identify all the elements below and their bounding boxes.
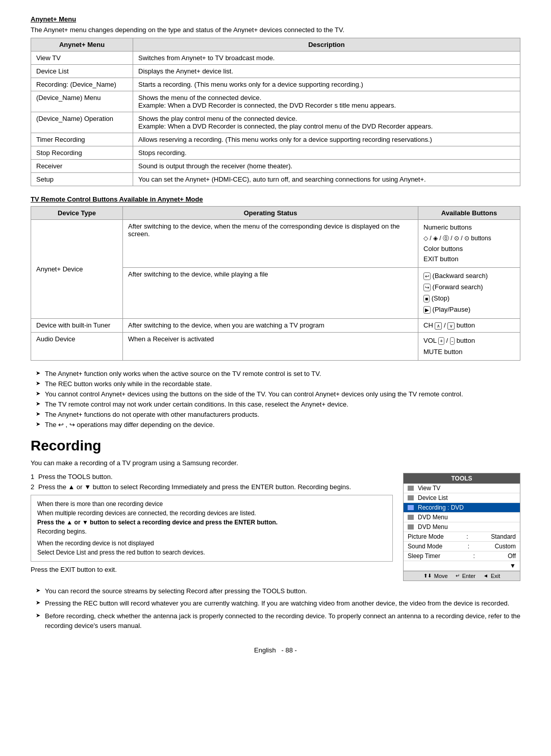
- tools-panel-kv-container: Picture Mode : StandardSound Mode : Cust…: [404, 532, 520, 561]
- anynet-menu-section: Anynet+ Menu The Anynet+ menu changes de…: [31, 15, 520, 186]
- footer-page: - 88 -: [282, 646, 297, 654]
- tools-panel-kv-item: Sound Mode : Custom: [404, 542, 520, 551]
- note-line6: Select Device List and press the red but…: [37, 548, 386, 557]
- step-1: 1 Press the TOOLS button.: [31, 473, 393, 481]
- list-item: The Anynet+ functions do not operate wit…: [36, 411, 520, 418]
- table-row: Stop RecordingStops recording.: [31, 146, 520, 160]
- table-row: Anynet+ Device After switching to the de…: [31, 220, 520, 268]
- operating-status-1: After switching to the device, when the …: [123, 220, 418, 268]
- table-header-description: Description: [133, 38, 520, 52]
- tools-panel-kv-item: Sleep Timer : Off: [404, 551, 520, 561]
- list-item: The ↩ , ↪ operations may differ dependin…: [36, 421, 520, 429]
- menu-item: Recording: (Device_Name): [31, 78, 133, 91]
- menu-item: Receiver: [31, 160, 133, 173]
- tools-panel-title: TOOLS: [404, 473, 520, 484]
- tv-remote-section: TV Remote Control Buttons Available in A…: [31, 195, 520, 361]
- tools-panel-items: View TVDevice ListRecording : DVDDVD Men…: [404, 484, 520, 532]
- menu-description: Shows the play control menu of the conne…: [133, 112, 520, 133]
- tools-panel-kv-item: Picture Mode : Standard: [404, 532, 520, 542]
- steps-tools-container: 1 Press the TOOLS button. 2 Press the ▲ …: [31, 473, 520, 581]
- list-item: Before recording, check whether the ante…: [36, 611, 520, 631]
- recording-intro: You can make a recording of a TV program…: [31, 459, 520, 467]
- tools-panel-item: Device List: [404, 493, 520, 503]
- table-row: (Device_Name) MenuShows the menu of the …: [31, 91, 520, 112]
- tools-panel-footer: ⬆⬇ Move ↵ Enter ◄ Exit: [404, 571, 520, 581]
- remote-header-device: Device Type: [31, 207, 123, 220]
- menu-item: Setup: [31, 173, 133, 186]
- page-footer: English - 88 -: [31, 646, 520, 654]
- menu-item: (Device_Name) Operation: [31, 112, 133, 133]
- menu-description: Sound is output through the receiver (ho…: [133, 160, 520, 173]
- device-type-audio: Audio Device: [31, 332, 123, 360]
- steps-list: 1 Press the TOOLS button. 2 Press the ▲ …: [31, 473, 393, 491]
- tools-panel: TOOLS View TVDevice ListRecording : DVDD…: [403, 473, 520, 581]
- menu-description: Starts a recording. (This menu works onl…: [133, 78, 520, 91]
- menu-item: View TV: [31, 52, 133, 65]
- menu-description: Displays the Anynet+ device list.: [133, 65, 520, 78]
- table-row: Device with built-in Tuner After switchi…: [31, 318, 520, 332]
- list-item: You can record the source streams by sel…: [36, 586, 520, 596]
- device-type-tuner: Device with built-in Tuner: [31, 318, 123, 332]
- operating-status-audio: When a Receiver is activated: [123, 332, 418, 360]
- menu-description: You can set the Anynet+ (HDMI-CEC), auto…: [133, 173, 520, 186]
- recording-section: Recording You can make a recording of a …: [31, 438, 520, 631]
- tv-remote-table: Device Type Operating Status Available B…: [31, 206, 520, 361]
- menu-description: Switches from Anynet+ to TV broadcast mo…: [133, 52, 520, 65]
- anynet-menu-table: Anynet+ Menu Description View TVSwitches…: [31, 38, 520, 186]
- footer-language: English: [254, 646, 276, 654]
- available-buttons-1: Numeric buttons ◇ / ◈ / ⓪ / ⊙ / ⊙ button…: [418, 220, 520, 268]
- steps-col: 1 Press the TOOLS button. 2 Press the ▲ …: [31, 473, 393, 581]
- menu-description: Stops recording.: [133, 146, 520, 160]
- tools-panel-item: View TV: [404, 484, 520, 493]
- menu-item: Device List: [31, 65, 133, 78]
- footer-move: ⬆⬇ Move: [423, 573, 448, 579]
- list-item: The Anynet+ function only works when the…: [36, 370, 520, 377]
- tools-panel-item: Recording : DVD: [404, 503, 520, 513]
- note-line5: When the recording device is not display…: [37, 539, 386, 548]
- menu-item: Stop Recording: [31, 146, 133, 160]
- table-row: Recording: (Device_Name)Starts a recordi…: [31, 78, 520, 91]
- menu-item: Timer Recording: [31, 133, 133, 146]
- list-item: The TV remote control may not work under…: [36, 400, 520, 408]
- table-row: Audio Device When a Receiver is activate…: [31, 332, 520, 360]
- note-line1: When there is more than one recording de…: [37, 499, 386, 509]
- footer-exit: ◄ Exit: [483, 573, 500, 579]
- remote-header-status: Operating Status: [123, 207, 418, 220]
- operating-status-2: After switching to the device, while pla…: [123, 268, 418, 318]
- bottom-bullets: You can record the source streams by sel…: [36, 586, 520, 631]
- available-buttons-audio: VOL + / - button MUTE button: [418, 332, 520, 360]
- table-row: Device ListDisplays the Anynet+ device l…: [31, 65, 520, 78]
- anynet-bullets: The Anynet+ function only works when the…: [36, 370, 520, 429]
- table-header-menu: Anynet+ Menu: [31, 38, 133, 52]
- list-item: You cannot control Anynet+ devices using…: [36, 390, 520, 398]
- operating-status-tuner: After switching to the device, when you …: [123, 318, 418, 332]
- remote-header-buttons: Available Buttons: [418, 207, 520, 220]
- available-buttons-2: ↩ (Backward search) ↪ (Forward search) ■…: [418, 268, 520, 318]
- step-2: 2 Press the ▲ or ▼ button to select Reco…: [31, 483, 393, 491]
- note-line2: When multiple recording devices are conn…: [37, 509, 386, 518]
- menu-item: (Device_Name) Menu: [31, 91, 133, 112]
- menu-description: Allows reserving a recording. (This menu…: [133, 133, 520, 146]
- exit-text: Press the EXIT button to exit.: [31, 566, 393, 573]
- anynet-menu-intro: The Anynet+ menu changes depending on th…: [31, 26, 520, 34]
- table-row: View TVSwitches from Anynet+ to TV broad…: [31, 52, 520, 65]
- table-row: (Device_Name) OperationShows the play co…: [31, 112, 520, 133]
- list-item: The REC button works only while in the r…: [36, 380, 520, 388]
- tools-panel-item: DVD Menu: [404, 513, 520, 522]
- table-row: Timer RecordingAllows reserving a record…: [31, 133, 520, 146]
- list-item: Pressing the REC button will record what…: [36, 598, 520, 609]
- available-buttons-tuner: CH ∧ / ∨ button: [418, 318, 520, 332]
- note-box: When there is more than one recording de…: [31, 495, 393, 562]
- recording-title: Recording: [31, 438, 520, 454]
- note-line4: Recording begins.: [37, 527, 386, 536]
- note-line3: Press the ▲ or ▼ button to select a reco…: [37, 518, 386, 527]
- tv-remote-title: TV Remote Control Buttons Available in A…: [31, 195, 520, 203]
- table-row: ReceiverSound is output through the rece…: [31, 160, 520, 173]
- table-row: SetupYou can set the Anynet+ (HDMI-CEC),…: [31, 173, 520, 186]
- tools-panel-item: DVD Menu: [404, 522, 520, 532]
- menu-description: Shows the menu of the connected device.E…: [133, 91, 520, 112]
- anynet-menu-title: Anynet+ Menu: [31, 15, 520, 23]
- footer-enter: ↵ Enter: [456, 573, 475, 579]
- device-type-anynet: Anynet+ Device: [31, 220, 123, 319]
